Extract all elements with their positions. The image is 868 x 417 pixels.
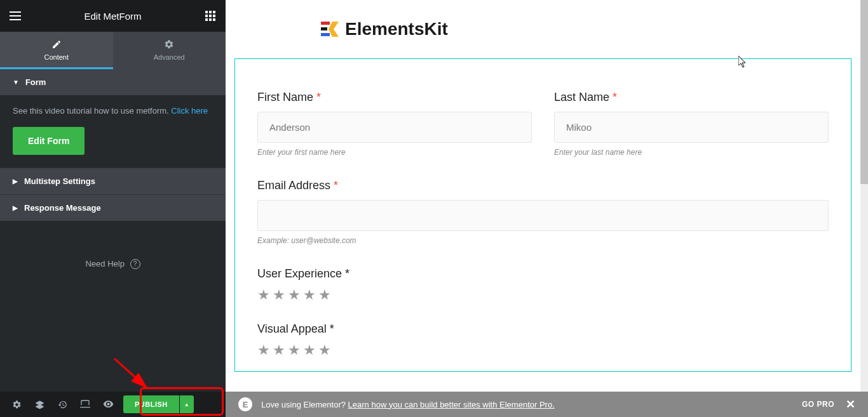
history-icon[interactable] (51, 392, 74, 417)
preview-icon[interactable] (97, 392, 119, 417)
responsive-icon[interactable] (74, 392, 97, 417)
first-name-input[interactable] (257, 112, 532, 143)
visual-stars: ★ ★ ★ ★ ★ (257, 342, 829, 359)
first-name-help: Enter your first name here (257, 148, 532, 157)
elementor-icon: E (238, 397, 252, 411)
last-name-field-group: Last Name * Enter your last name here (554, 91, 829, 157)
tutorial-link[interactable]: Click here (171, 106, 208, 116)
first-name-label: First Name * (257, 91, 532, 104)
logo-mark-icon (321, 20, 340, 39)
tab-content[interactable]: Content (0, 32, 113, 69)
star-icon[interactable]: ★ (273, 287, 285, 303)
navigator-icon[interactable] (28, 392, 51, 417)
sidebar-footer: PUBLISH ▲ (0, 392, 226, 417)
promo-bar: E Love using Elementor? Learn how you ca… (226, 392, 868, 417)
need-help-label: Need Help (85, 259, 124, 268)
panel-tabs: Content Advanced (0, 32, 226, 69)
last-name-input[interactable] (554, 112, 829, 143)
logo-text: ElementsKit (345, 19, 448, 39)
preview-area: ElementsKit First Name * Enter your firs… (226, 0, 868, 417)
scrollbar-thumb[interactable] (860, 0, 868, 184)
star-icon[interactable]: ★ (288, 287, 301, 303)
star-icon[interactable]: ★ (303, 342, 316, 359)
hamburger-icon[interactable] (9, 10, 22, 22)
tab-advanced-label: Advanced (154, 53, 185, 61)
section-form-label: Form (25, 77, 46, 87)
svg-rect-1 (209, 11, 212, 13)
publish-button[interactable]: PUBLISH (123, 395, 179, 413)
settings-icon[interactable] (5, 392, 28, 417)
svg-rect-0 (205, 11, 208, 13)
ux-label: User Experience * (257, 267, 829, 281)
pencil-icon (51, 39, 62, 50)
svg-rect-2 (213, 11, 215, 13)
section-response[interactable]: ▶ Response Message (0, 194, 226, 221)
email-input[interactable] (257, 200, 829, 231)
gear-icon (164, 39, 174, 50)
svg-rect-4 (209, 15, 212, 17)
visual-label: Visual Appeal * (257, 322, 829, 336)
panel-title: Edit MetForm (22, 11, 204, 22)
go-pro-button[interactable]: GO PRO (802, 400, 834, 409)
star-icon[interactable]: ★ (257, 287, 270, 303)
sidebar: Edit MetForm Content Advanced ▼ Form See… (0, 0, 226, 417)
tutorial-text: See this video tutorial how to use metfo… (13, 106, 171, 116)
svg-rect-10 (321, 22, 330, 25)
svg-rect-11 (321, 27, 327, 30)
star-icon[interactable]: ★ (318, 287, 331, 303)
email-field-group: Email Address * Example: user@website.co… (257, 179, 829, 245)
star-icon[interactable]: ★ (288, 342, 301, 359)
tab-content-label: Content (44, 53, 69, 61)
section-multistep-label: Multistep Settings (24, 176, 95, 186)
elementskit-logo: ElementsKit (321, 19, 835, 39)
svg-rect-12 (321, 33, 330, 36)
star-icon[interactable]: ★ (318, 342, 331, 359)
promo-message: Love using Elementor? Learn how you can … (261, 400, 555, 409)
publish-dropdown[interactable]: ▲ (180, 395, 194, 413)
first-name-field-group: First Name * Enter your first name here (257, 91, 532, 157)
edit-form-button[interactable]: Edit Form (13, 127, 85, 155)
help-icon: ? (130, 259, 140, 269)
star-icon[interactable]: ★ (273, 342, 285, 359)
section-form-body: See this video tutorial how to use metfo… (0, 95, 226, 168)
section-multistep[interactable]: ▶ Multistep Settings (0, 168, 226, 194)
visual-rating-group: Visual Appeal * ★ ★ ★ ★ ★ (257, 322, 829, 359)
svg-rect-3 (205, 15, 208, 17)
sidebar-header: Edit MetForm (0, 0, 226, 32)
section-form-header[interactable]: ▼ Form (0, 69, 226, 95)
widgets-grid-icon[interactable] (204, 10, 217, 22)
email-label: Email Address * (257, 179, 829, 192)
publish-group: PUBLISH ▲ (123, 395, 194, 413)
close-icon[interactable]: ✕ (846, 397, 855, 411)
email-help: Example: user@website.com (257, 236, 829, 245)
star-icon[interactable]: ★ (303, 287, 316, 303)
ux-rating-group: User Experience * ★ ★ ★ ★ ★ (257, 267, 829, 303)
last-name-help: Enter your last name here (554, 148, 829, 157)
scrollbar[interactable] (860, 0, 868, 392)
need-help-link[interactable]: Need Help ? (0, 221, 226, 308)
logo-row: ElementsKit (226, 0, 860, 46)
tab-advanced[interactable]: Advanced (113, 32, 226, 69)
form-container[interactable]: First Name * Enter your first name here … (234, 58, 851, 372)
svg-rect-7 (209, 18, 212, 21)
svg-rect-6 (205, 18, 208, 21)
caret-down-icon: ▼ (13, 79, 19, 86)
caret-right-icon: ▶ (13, 204, 18, 211)
arrow-annotation (111, 355, 156, 394)
caret-right-icon: ▶ (13, 178, 18, 185)
last-name-label: Last Name * (554, 91, 829, 104)
svg-rect-5 (213, 15, 215, 17)
ux-stars: ★ ★ ★ ★ ★ (257, 287, 829, 303)
svg-line-9 (114, 359, 146, 387)
section-response-label: Response Message (24, 203, 101, 213)
svg-rect-8 (213, 18, 215, 21)
star-icon[interactable]: ★ (257, 342, 270, 359)
promo-link[interactable]: Learn how you can build better sites wit… (348, 400, 555, 409)
